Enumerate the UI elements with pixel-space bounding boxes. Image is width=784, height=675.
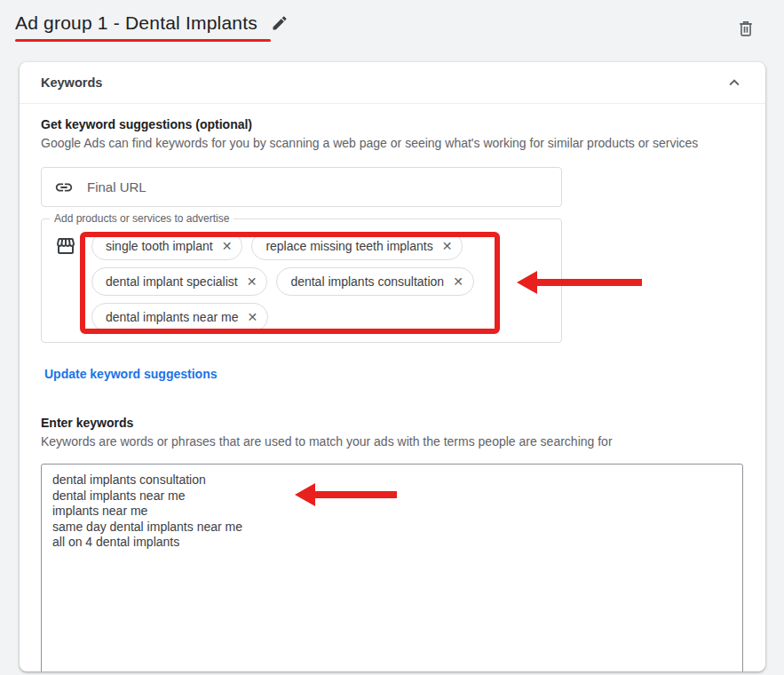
chip-label: dental implants consultation bbox=[290, 274, 444, 289]
chip-label: dental implants near me bbox=[106, 310, 238, 324]
page-title: Ad group 1 - Dental Implants bbox=[15, 12, 257, 34]
chip-remove-button[interactable]: ✕ bbox=[221, 239, 234, 253]
keyword-chips: single tooth implant ✕ replace missing t… bbox=[91, 231, 509, 331]
keywords-card-body: Get keyword suggestions (optional) Googl… bbox=[20, 104, 765, 671]
delete-ad-group-button[interactable] bbox=[733, 16, 758, 41]
collapse-section-button[interactable] bbox=[723, 71, 746, 94]
keyword-chip[interactable]: single tooth implant ✕ bbox=[91, 232, 242, 260]
suggestions-description: Google Ads can find keywords for you by … bbox=[41, 135, 744, 152]
update-keyword-suggestions-link[interactable]: Update keyword suggestions bbox=[44, 367, 217, 381]
chevron-up-icon bbox=[725, 73, 744, 92]
keyword-chip[interactable]: dental implants near me ✕ bbox=[91, 303, 268, 331]
annotation-title-underline bbox=[15, 39, 271, 42]
edit-title-button[interactable] bbox=[269, 12, 290, 34]
page-header: Ad group 1 - Dental Implants bbox=[15, 12, 290, 34]
chip-label: dental implant specialist bbox=[106, 274, 238, 289]
chip-label: replace missing teeth implants bbox=[265, 239, 432, 253]
final-url-field[interactable] bbox=[41, 167, 562, 207]
keyword-chip[interactable]: dental implants consultation ✕ bbox=[276, 267, 474, 296]
products-services-fieldset[interactable]: Add products or services to advertise si… bbox=[41, 213, 562, 343]
chip-remove-button[interactable]: ✕ bbox=[441, 239, 454, 253]
chip-remove-button[interactable]: ✕ bbox=[246, 310, 258, 324]
close-icon: ✕ bbox=[453, 274, 463, 289]
ad-group-page: Ad group 1 - Dental Implants Keywords bbox=[0, 0, 784, 675]
close-icon: ✕ bbox=[247, 274, 257, 289]
close-icon: ✕ bbox=[442, 239, 453, 253]
final-url-input[interactable] bbox=[87, 179, 549, 195]
card-title: Keywords bbox=[41, 75, 102, 90]
keywords-card-header: Keywords bbox=[20, 62, 765, 104]
chip-remove-button[interactable]: ✕ bbox=[452, 274, 464, 289]
close-icon: ✕ bbox=[247, 310, 257, 324]
enter-keywords-description: Keywords are words or phrases that are u… bbox=[41, 433, 744, 450]
enter-keywords-heading: Enter keywords bbox=[41, 415, 744, 432]
trash-icon bbox=[736, 19, 756, 38]
storefront-icon bbox=[52, 231, 76, 257]
chip-label: single tooth implant bbox=[106, 239, 213, 253]
chip-remove-button[interactable]: ✕ bbox=[246, 274, 258, 289]
link-icon bbox=[54, 178, 74, 197]
keywords-card: Keywords Get keyword suggestions (option… bbox=[20, 62, 765, 671]
suggestions-heading: Get keyword suggestions (optional) bbox=[41, 116, 744, 133]
keyword-chip[interactable]: dental implant specialist ✕ bbox=[91, 267, 267, 296]
close-icon: ✕ bbox=[222, 239, 233, 253]
products-services-label: Add products or services to advertise bbox=[50, 213, 234, 224]
keywords-textarea[interactable]: dental implants consultation dental impl… bbox=[41, 464, 743, 671]
keyword-chip[interactable]: replace missing teeth implants ✕ bbox=[251, 232, 463, 260]
pencil-icon bbox=[271, 14, 289, 32]
